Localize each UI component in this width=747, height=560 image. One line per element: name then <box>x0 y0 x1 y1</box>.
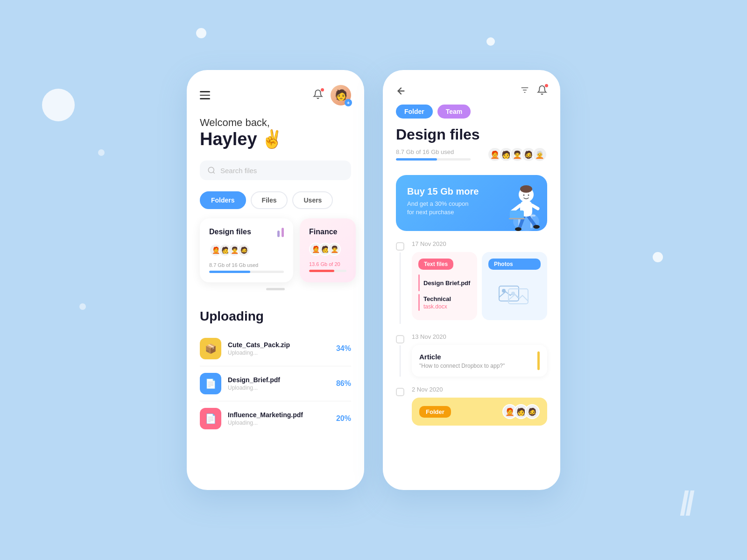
upload-item-2[interactable]: 📄 Influence_Marketing.pdf Uploading... 2… <box>200 401 351 436</box>
bell-icon[interactable] <box>313 89 323 101</box>
file-name-0: Design Brief.pdf <box>423 280 470 287</box>
folder-card-design[interactable]: Design files 🧑‍🦰 🧑 🧑‍🦱 🧔 8.7 Gb of 16 Gb… <box>200 218 293 282</box>
scroll-indicator <box>187 282 364 296</box>
folder-storage-bar <box>209 271 284 273</box>
user-avatar[interactable]: 🧑 + <box>331 85 351 105</box>
article-content: Article "How to connect Dropbox to app?" <box>419 353 505 369</box>
tag-folder[interactable]: Folder <box>396 105 433 119</box>
right-avatar-stack: 🧑‍🦰 🧑 🧑‍🦱 🧔 🧑‍🦳 <box>487 147 547 162</box>
upload-item-0[interactable]: 📦 Cute_Cats_Pack.zip Uploading... 34% <box>200 331 351 366</box>
tabs-row: Folders Files Users <box>187 191 364 218</box>
timeline-content-1: 13 Nov 2020 Article "How to connect Drop… <box>412 333 547 377</box>
menu-icon[interactable] <box>200 91 210 99</box>
folder-card-finance[interactable]: Finance 🧑‍🦰 🧑 🧑‍🦱 13.6 Gb of 20 <box>300 218 356 282</box>
upload-status-2: Uploading... <box>228 420 330 426</box>
timeline-item-1: 13 Nov 2020 Article "How to connect Drop… <box>396 333 547 377</box>
svg-point-12 <box>515 227 521 231</box>
right-storage-bar <box>396 158 471 161</box>
upload-percent-1: 86% <box>336 379 351 388</box>
upload-icon-pdf: 📄 <box>200 373 221 394</box>
photos-card[interactable]: Photos <box>482 252 547 320</box>
timeline-content-2: 2 Nov 2020 Folder 🧑‍🦰 🧑 🧔 <box>412 386 547 426</box>
upload-info-2: Influence_Marketing.pdf Uploading... <box>228 411 330 426</box>
folder-card-header-finance: Finance <box>309 228 346 236</box>
upload-item-1[interactable]: 📄 Design_Brief.pdf Uploading... 86% <box>200 366 351 401</box>
upload-name-0: Cute_Cats_Pack.zip <box>228 341 330 349</box>
timeline-date-2: 2 Nov 2020 <box>412 386 547 393</box>
right-avatar: 🧑‍🦳 <box>532 147 547 162</box>
promo-card[interactable]: Buy 15 Gb more And get a 30% couponfor n… <box>396 175 547 231</box>
right-storage-fill <box>396 158 437 161</box>
upload-name-2: Influence_Marketing.pdf <box>228 411 330 419</box>
search-placeholder: Search files <box>220 167 257 175</box>
photos-label: Photos <box>488 259 541 270</box>
timeline-date-0: 17 Nov 2020 <box>412 240 547 247</box>
timeline-line-1 <box>400 345 401 377</box>
svg-point-22 <box>528 195 529 196</box>
decorative-slash: // <box>680 484 691 523</box>
file-accent-bar <box>418 274 420 291</box>
tab-files[interactable]: Files <box>251 191 288 209</box>
photos-icon <box>498 282 531 306</box>
tag-team[interactable]: Team <box>437 105 471 119</box>
folder-bottom-card[interactable]: Folder 🧑‍🦰 🧑 🧔 <box>412 398 547 426</box>
back-button[interactable] <box>396 86 406 96</box>
text-files-card[interactable]: Text files Design Brief.pdf Techni <box>412 252 477 320</box>
finance-avatar-stack: 🧑‍🦰 🧑 🧑‍🦱 <box>309 243 346 256</box>
right-phone-header <box>383 70 560 105</box>
file-cards-row: Text files Design Brief.pdf Techni <box>412 252 547 320</box>
upload-icon-pdf2: 📄 <box>200 408 221 429</box>
article-accent-bar <box>537 351 540 370</box>
tag-row: Folder Team <box>383 105 560 126</box>
left-phone: 🧑 + Welcome back, Hayley ✌️ Search files… <box>187 70 364 490</box>
file-accent-bar-1 <box>418 294 420 311</box>
photos-placeholder <box>488 274 541 314</box>
file-item-1: Technical task.docx <box>418 294 471 311</box>
file-name-1: Technical <box>423 295 451 302</box>
filter-icon[interactable] <box>520 85 529 97</box>
folder-avatar: 🧔 <box>237 244 250 257</box>
right-notification-dot <box>545 84 548 87</box>
right-bell-icon[interactable] <box>537 85 547 97</box>
file-item-info: Design Brief.pdf <box>423 280 470 287</box>
phones-container: 🧑 + Welcome back, Hayley ✌️ Search files… <box>187 70 560 490</box>
welcome-name: Hayley ✌️ <box>200 129 351 149</box>
svg-line-1 <box>213 172 214 173</box>
file-item-0: Design Brief.pdf <box>418 274 471 291</box>
article-quote: "How to connect Dropbox to app?" <box>419 363 505 369</box>
finance-storage-bar <box>309 270 346 272</box>
article-label: Article <box>419 353 505 361</box>
svg-rect-17 <box>510 210 524 219</box>
article-card[interactable]: Article "How to connect Dropbox to app?" <box>412 345 547 377</box>
uploading-section: Uploading 📦 Cute_Cats_Pack.zip Uploading… <box>187 296 364 436</box>
tab-folders[interactable]: Folders <box>200 191 246 209</box>
timeline-checkbox-1[interactable] <box>396 335 404 343</box>
text-files-label: Text files <box>418 259 453 270</box>
finance-storage-text: 13.6 Gb of 20 <box>309 261 346 267</box>
upload-percent-0: 34% <box>336 344 351 353</box>
timeline-item-0: 17 Nov 2020 Text files Design Brief.pdf <box>396 240 547 324</box>
welcome-section: Welcome back, Hayley ✌️ <box>187 113 364 161</box>
search-bar[interactable]: Search files <box>200 161 351 180</box>
upload-percent-2: 20% <box>336 414 351 423</box>
folder-bar-icon <box>277 228 284 237</box>
timeline-section: 17 Nov 2020 Text files Design Brief.pdf <box>383 240 560 490</box>
timeline-left-0 <box>396 240 404 324</box>
tab-users[interactable]: Users <box>292 191 333 209</box>
right-storage-label: 8.7 Gb of 16 Gb used <box>396 148 471 155</box>
svg-point-21 <box>523 195 525 196</box>
svg-point-20 <box>520 185 532 193</box>
svg-point-13 <box>533 225 540 229</box>
storage-row: 8.7 Gb of 16 Gb used 🧑‍🦰 🧑 🧑‍🦱 🧔 🧑‍🦳 <box>396 147 547 162</box>
storage-fill-finance <box>309 270 334 272</box>
timeline-item-2: 2 Nov 2020 Folder 🧑‍🦰 🧑 🧔 <box>396 386 547 426</box>
back-arrow-icon <box>396 86 406 96</box>
upload-info-0: Cute_Cats_Pack.zip Uploading... <box>228 341 330 356</box>
svg-point-0 <box>208 167 214 173</box>
folder-bottom-avatar: 🧔 <box>525 404 540 419</box>
timeline-checkbox-2[interactable] <box>396 388 404 396</box>
folder-storage-text: 8.7 Gb of 16 Gb used <box>209 262 284 268</box>
avatar-add-icon: + <box>345 99 352 106</box>
design-files-header: Design files 8.7 Gb of 16 Gb used 🧑‍🦰 🧑 … <box>383 126 560 171</box>
timeline-checkbox-0[interactable] <box>396 242 404 251</box>
